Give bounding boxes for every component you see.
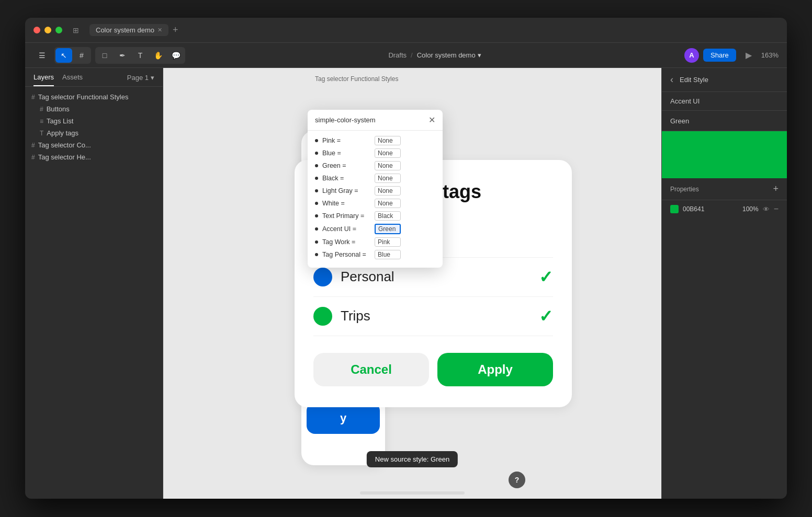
popup-value-textprimary[interactable]: Black bbox=[375, 211, 401, 221]
popup-row-pink: Pink = None bbox=[315, 136, 435, 145]
popup-value-green-field[interactable]: None bbox=[375, 161, 401, 170]
popup-key-tagwork: Tag Work = bbox=[322, 238, 375, 246]
popup-value-pink[interactable]: None bbox=[375, 136, 401, 145]
toolbar-breadcrumb: Drafts / Color system demo ▾ bbox=[189, 51, 680, 59]
breadcrumb-current[interactable]: Color system demo ▾ bbox=[417, 51, 481, 59]
properties-title: Properties bbox=[670, 186, 699, 193]
popup-row-textprimary: Text Primary = Black bbox=[315, 211, 435, 221]
cancel-button[interactable]: Cancel bbox=[313, 353, 429, 386]
right-panel-header: ‹ Edit Style bbox=[662, 68, 787, 92]
style-color-input[interactable] bbox=[670, 117, 779, 125]
breadcrumb-drafts[interactable]: Drafts bbox=[388, 51, 407, 59]
add-tab-button[interactable]: + bbox=[173, 25, 178, 36]
style-color-row bbox=[662, 111, 787, 131]
color-swatch bbox=[662, 131, 787, 178]
active-tab[interactable]: Color system demo ✕ bbox=[89, 24, 168, 36]
select-tool[interactable]: ↖ bbox=[55, 48, 72, 63]
rectangle-tool[interactable]: □ bbox=[96, 48, 113, 63]
tag-dot-personal bbox=[313, 268, 332, 286]
layer-item-tag-selector-he[interactable]: # Tag selector He... bbox=[25, 151, 163, 163]
fullscreen-button[interactable] bbox=[55, 27, 62, 33]
tag-row-trips[interactable]: Trips ✓ bbox=[313, 297, 553, 336]
popup-key-black: Black = bbox=[322, 175, 375, 182]
apply-button[interactable]: Apply bbox=[437, 353, 553, 386]
layer-item-apply-tags[interactable]: T Apply tags bbox=[25, 127, 163, 139]
canvas: Tag selector Functional Styles simple-co… bbox=[163, 68, 661, 499]
pen-tool[interactable]: ✒ bbox=[114, 48, 131, 63]
popup-key-lightgray: Light Gray = bbox=[322, 187, 375, 194]
tab-assets[interactable]: Assets bbox=[62, 73, 83, 86]
properties-header: Properties + bbox=[662, 178, 787, 200]
play-button[interactable]: ▶ bbox=[740, 48, 757, 63]
remove-property-button[interactable]: − bbox=[774, 204, 779, 214]
horizontal-scrollbar[interactable] bbox=[360, 491, 465, 495]
page-selector[interactable]: Page 1 ▾ bbox=[127, 74, 154, 86]
property-opacity[interactable]: 100% bbox=[742, 205, 759, 213]
layer-item-tag-selector-functional[interactable]: # Tag selector Functional Styles bbox=[25, 91, 163, 103]
text-tool[interactable]: T bbox=[132, 48, 149, 63]
share-button[interactable]: Share bbox=[703, 49, 736, 62]
style-group-row: Accent UI bbox=[662, 92, 787, 111]
popup-value-tagwork[interactable]: Pink bbox=[375, 237, 401, 247]
popup-value-black[interactable]: None bbox=[375, 174, 401, 183]
tag-dot-trips bbox=[313, 307, 332, 326]
visibility-icon[interactable]: 👁 bbox=[763, 205, 770, 213]
popup-close-button[interactable]: ✕ bbox=[428, 115, 435, 125]
tag-check-personal: ✓ bbox=[539, 267, 553, 287]
hand-tool[interactable]: ✋ bbox=[150, 48, 166, 63]
menu-button[interactable]: ☰ bbox=[33, 48, 50, 63]
popup-row-white: White = None bbox=[315, 199, 435, 208]
property-hex[interactable]: 00B641 bbox=[683, 205, 738, 213]
popup-value-blue[interactable]: None bbox=[375, 148, 401, 158]
comment-tool[interactable]: 💬 bbox=[167, 48, 184, 63]
popup-value-tagpersonal[interactable]: Blue bbox=[375, 250, 401, 259]
toolbar-right: A Share ▶ 163% bbox=[684, 48, 779, 63]
close-button[interactable] bbox=[33, 27, 40, 33]
color-system-popup: simple-color-system ✕ Pink = None Blue =… bbox=[308, 110, 443, 268]
tab-layers[interactable]: Layers bbox=[33, 73, 54, 86]
edit-style-title: Edit Style bbox=[680, 76, 708, 84]
popup-row-lightgray: Light Gray = None bbox=[315, 186, 435, 196]
popup-row-tagpersonal: Tag Personal = Blue bbox=[315, 250, 435, 259]
partial-apply-button[interactable]: y bbox=[307, 403, 380, 434]
back-button[interactable]: ‹ bbox=[670, 74, 673, 85]
layer-item-buttons[interactable]: # Buttons bbox=[25, 103, 163, 115]
popup-value-accentui[interactable]: Green bbox=[375, 224, 401, 234]
popup-key-green: Green = bbox=[322, 162, 375, 169]
component-icon: # bbox=[31, 142, 35, 149]
tag-name-personal: Personal bbox=[341, 269, 539, 285]
popup-row-tagwork: Tag Work = Pink bbox=[315, 237, 435, 247]
popup-row-black: Black = None bbox=[315, 174, 435, 183]
layer-item-tag-selector-co[interactable]: # Tag selector Co... bbox=[25, 139, 163, 151]
popup-value-white[interactable]: None bbox=[375, 199, 401, 208]
zoom-level[interactable]: 163% bbox=[761, 51, 779, 59]
add-property-button[interactable]: + bbox=[773, 183, 779, 194]
layer-item-tags-list[interactable]: ≡ Tags List bbox=[25, 115, 163, 127]
grid-icon: ⊞ bbox=[73, 26, 79, 35]
style-group-name: Accent UI bbox=[670, 97, 779, 105]
traffic-lights bbox=[33, 27, 62, 33]
popup-key-tagpersonal: Tag Personal = bbox=[322, 251, 375, 258]
tab-bar: Color system demo ✕ + bbox=[89, 24, 178, 36]
frame-icon: ≡ bbox=[40, 118, 43, 125]
tab-close-icon[interactable]: ✕ bbox=[157, 27, 162, 33]
property-color-swatch[interactable] bbox=[670, 205, 679, 213]
popup-value-lightgray[interactable]: None bbox=[375, 186, 401, 196]
frame-tool[interactable]: # bbox=[73, 48, 90, 63]
breadcrumb-separator: / bbox=[411, 51, 413, 59]
popup-title: simple-color-system bbox=[315, 116, 376, 124]
popup-row-blue: Blue = None bbox=[315, 148, 435, 158]
text-icon: T bbox=[40, 130, 43, 137]
component-icon: # bbox=[40, 106, 43, 113]
left-panel: Layers Assets Page 1 ▾ # Tag selector Fu… bbox=[25, 68, 163, 499]
property-row: 00B641 100% 👁 − bbox=[662, 200, 787, 218]
tag-check-trips: ✓ bbox=[539, 306, 553, 326]
minimize-button[interactable] bbox=[44, 27, 51, 33]
help-button[interactable]: ? bbox=[509, 472, 525, 488]
main-toolbar: ☰ ↖ # □ ✒ T ✋ 💬 Drafts / Color system de… bbox=[25, 43, 787, 68]
popup-key-pink: Pink = bbox=[322, 137, 375, 144]
avatar: A bbox=[684, 48, 699, 63]
popup-key-blue: Blue = bbox=[322, 150, 375, 157]
popup-key-textprimary: Text Primary = bbox=[322, 212, 375, 220]
layer-tree: # Tag selector Functional Styles # Butto… bbox=[25, 87, 163, 167]
